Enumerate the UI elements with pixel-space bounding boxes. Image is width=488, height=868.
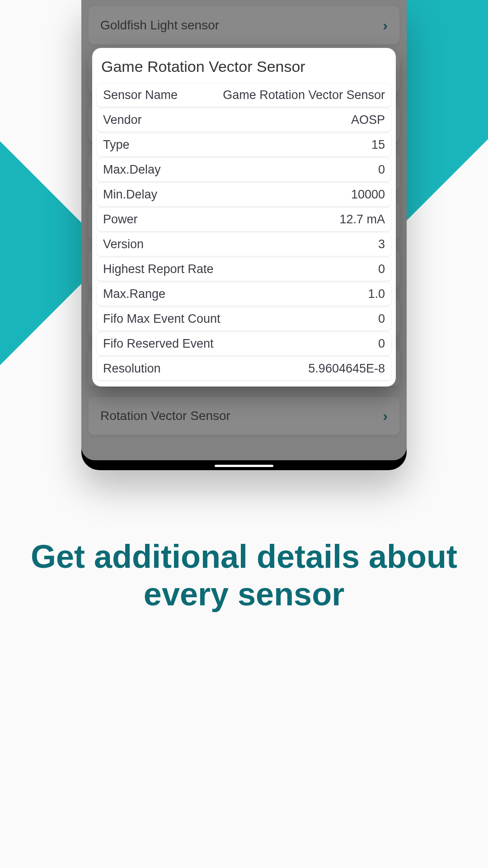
detail-label: Version <box>103 237 144 251</box>
detail-label: Highest Report Rate <box>103 262 214 276</box>
chevron-right-icon: › <box>383 409 388 423</box>
detail-row-max-delay: Max.Delay 0 <box>97 158 391 181</box>
detail-label: Sensor Name <box>103 88 178 102</box>
detail-row-fifo-reserved-event: Fifo Reserved Event 0 <box>97 332 391 355</box>
detail-value: AOSP <box>351 113 385 127</box>
chevron-right-icon: › <box>383 18 388 33</box>
detail-row-type: Type 15 <box>97 133 391 156</box>
detail-value: 10000 <box>351 188 385 202</box>
detail-label: Max.Range <box>103 287 165 301</box>
detail-label: Fifo Reserved Event <box>103 337 214 351</box>
detail-label: Min.Delay <box>103 188 157 202</box>
detail-row-min-delay: Min.Delay 10000 <box>97 183 391 206</box>
detail-value: 0 <box>378 262 385 276</box>
detail-label: Power <box>103 212 138 226</box>
promo-tagline: Get additional details about every senso… <box>0 538 488 613</box>
detail-value: 12.7 mA <box>339 212 385 226</box>
detail-row-sensor-name: Sensor Name Game Rotation Vector Sensor <box>97 84 391 107</box>
phone-screen: Goldfish Light sensor › › › › › › <box>81 0 407 460</box>
phone-frame: Goldfish Light sensor › › › › › › <box>81 0 407 470</box>
sensor-item-label: Rotation Vector Sensor <box>100 409 230 423</box>
sensor-item-goldfish-light[interactable]: Goldfish Light sensor › <box>89 6 399 44</box>
dialog-title: Game Rotation Vector Sensor <box>97 55 391 82</box>
detail-value: 0 <box>378 312 385 326</box>
detail-row-resolution: Resolution 5.9604645E-8 <box>97 357 391 380</box>
detail-label: Type <box>103 138 130 152</box>
detail-value: 3 <box>378 237 385 251</box>
detail-label: Vendor <box>103 113 142 127</box>
detail-value: 1.0 <box>368 287 385 301</box>
detail-label: Max.Delay <box>103 163 161 177</box>
detail-row-max-range: Max.Range 1.0 <box>97 283 391 306</box>
sensor-item-rotation-vector[interactable]: Rotation Vector Sensor › <box>89 397 399 435</box>
detail-row-power: Power 12.7 mA <box>97 208 391 231</box>
sensor-detail-dialog: Game Rotation Vector Sensor Sensor Name … <box>92 48 396 387</box>
home-indicator[interactable] <box>215 465 273 467</box>
detail-value: Game Rotation Vector Sensor <box>223 88 385 102</box>
detail-row-fifo-max-event: Fifo Max Event Count 0 <box>97 307 391 330</box>
detail-value: 0 <box>378 337 385 351</box>
detail-value: 5.9604645E-8 <box>308 362 385 376</box>
sensor-item-label: Goldfish Light sensor <box>100 18 219 33</box>
detail-value: 15 <box>371 138 385 152</box>
detail-label: Resolution <box>103 362 161 376</box>
detail-row-highest-report-rate: Highest Report Rate 0 <box>97 258 391 281</box>
detail-row-vendor: Vendor AOSP <box>97 108 391 132</box>
detail-value: 0 <box>378 163 385 177</box>
detail-label: Fifo Max Event Count <box>103 312 221 326</box>
detail-row-version: Version 3 <box>97 233 391 256</box>
